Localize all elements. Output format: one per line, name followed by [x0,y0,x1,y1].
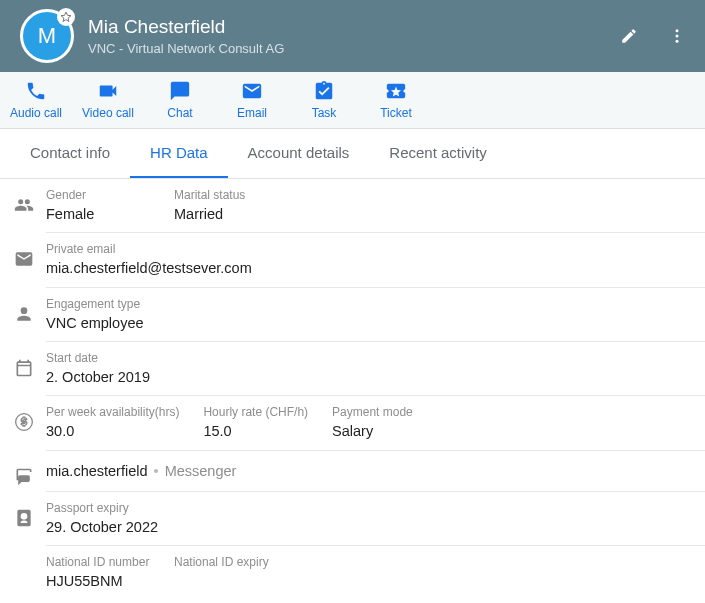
field-value: Salary [332,422,436,442]
field-value: VNC employee [46,314,150,334]
tab-hr-data[interactable]: HR Data [130,129,228,178]
email-icon [241,80,263,102]
tab-contact-info[interactable]: Contact info [10,129,130,178]
row-private-email: Private email mia.chesterfield@testsever… [46,233,705,287]
field-passport-expiry: Passport expiry 29. October 2022 [46,500,182,537]
field-value: Married [174,205,278,225]
field-value: mia.chesterfield@testsever.com [46,259,252,279]
calendar-icon [14,358,34,378]
field-availability: Per week availability(hrs) 30.0 [46,404,203,441]
task-icon [313,80,335,102]
action-label: Email [237,106,267,120]
field-value: Female [46,205,150,225]
favorite-star-badge[interactable] [57,8,75,26]
field-label: Hourly rate (CHF/h) [203,404,308,421]
field-label: Passport expiry [46,500,158,517]
field-marital-status: Marital status Married [174,187,302,224]
field-label: Payment mode [332,404,436,421]
svg-point-0 [676,29,679,32]
field-label: Gender [46,187,150,204]
tab-label: Recent activity [389,144,487,161]
header-actions [617,24,689,48]
field-label: Per week availability(hrs) [46,404,179,421]
action-label: Video call [82,106,134,120]
field-start-date: Start date 2. October 2019 [46,350,174,387]
field-label: Marital status [174,187,278,204]
ticket-icon [385,80,407,102]
row-messenger: mia.chesterfield • Messenger [46,451,705,492]
star-outline-icon [60,11,72,23]
field-label: National ID expiry [174,554,278,571]
tab-bar: Contact info HR Data Account details Rec… [0,129,705,179]
messenger-type: Messenger [165,463,237,479]
more-menu-button[interactable] [665,24,689,48]
field-label: Engagement type [46,296,150,313]
field-gender: Gender Female [46,187,174,224]
video-call-button[interactable]: Video call [72,72,144,128]
money-icon [14,412,34,432]
field-value: 2. October 2019 [46,368,150,388]
field-national-id-expiry: National ID expiry [174,554,302,572]
action-bar: Audio call Video call Chat Email Task Ti… [0,72,705,129]
people-icon [14,195,34,215]
chat-button[interactable]: Chat [144,72,216,128]
email-icon [14,249,34,269]
field-national-id-number: National ID number HJU55BNM [46,554,174,591]
header-name-block: Mia Chesterfield VNC - Virtual Network C… [88,16,617,56]
field-value: 15.0 [203,422,308,442]
messenger-handle: mia.chesterfield [46,463,148,479]
contact-name: Mia Chesterfield [88,16,617,39]
field-value: HJU55BNM [46,572,150,592]
action-label: Ticket [380,106,412,120]
action-label: Chat [167,106,192,120]
field-payment-mode: Payment mode Salary [332,404,460,441]
phone-icon [25,80,47,102]
message-icon [14,467,34,487]
dot-separator: • [154,463,159,479]
row-engagement-type: Engagement type VNC employee [46,288,705,342]
tab-account-details[interactable]: Account details [228,129,370,178]
person-icon [14,304,34,324]
field-private-email: Private email mia.chesterfield@testsever… [46,241,276,278]
contact-company: VNC - Virtual Network Consult AG [88,41,617,57]
tab-label: Account details [248,144,350,161]
field-engagement-type: Engagement type VNC employee [46,296,174,333]
videocam-icon [97,80,119,102]
task-button[interactable]: Task [288,72,360,128]
more-vert-icon [668,27,686,45]
row-compensation: Per week availability(hrs) 30.0 Hourly r… [46,396,705,450]
field-label: National ID number [46,554,150,571]
audio-call-button[interactable]: Audio call [0,72,72,128]
email-button[interactable]: Email [216,72,288,128]
tab-label: Contact info [30,144,110,161]
tab-label: HR Data [150,144,208,161]
passport-icon [14,508,34,528]
ticket-button[interactable]: Ticket [360,72,432,128]
row-passport-expiry: Passport expiry 29. October 2022 [46,492,705,546]
field-label: Private email [46,241,252,258]
svg-point-1 [676,35,679,38]
contact-header: M Mia Chesterfield VNC - Virtual Network… [0,0,705,72]
edit-button[interactable] [617,24,641,48]
chat-icon [169,80,191,102]
tab-recent-activity[interactable]: Recent activity [369,129,507,178]
field-label: Start date [46,350,150,367]
field-value: 29. October 2022 [46,518,158,538]
action-label: Audio call [10,106,62,120]
row-national-id: National ID number HJU55BNM National ID … [46,546,705,599]
svg-point-2 [676,40,679,43]
hr-details: Gender Female Marital status Married Pri… [0,179,705,603]
avatar[interactable]: M [20,9,74,63]
field-hourly-rate: Hourly rate (CHF/h) 15.0 [203,404,332,441]
field-value: 30.0 [46,422,179,442]
pencil-icon [620,27,638,45]
row-gender-marital: Gender Female Marital status Married [46,179,705,233]
action-label: Task [312,106,337,120]
avatar-initial: M [38,23,56,49]
row-start-date: Start date 2. October 2019 [46,342,705,396]
